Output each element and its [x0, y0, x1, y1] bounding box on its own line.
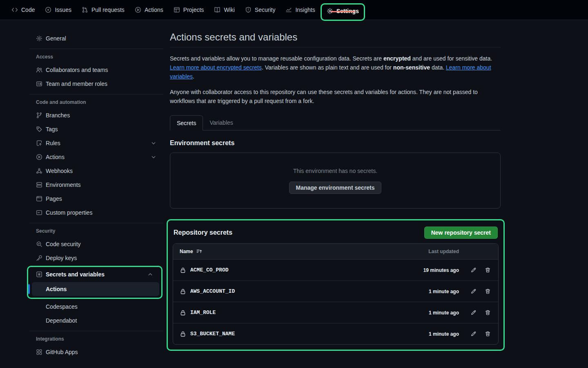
lock-icon: [180, 267, 186, 274]
secret-name: IAM_ROLE: [190, 310, 216, 316]
highlight-box-repository-secrets: Repository secrets New repository secret…: [167, 219, 505, 351]
intro-paragraph: Secrets and variables allow you to manag…: [170, 54, 501, 81]
sidebar-item-github-apps[interactable]: GitHub Apps: [26, 345, 163, 359]
sidebar-item-webhooks[interactable]: Webhooks: [26, 164, 163, 178]
sidebar-item-label: Tags: [46, 126, 58, 132]
tab-variables[interactable]: Variables: [203, 115, 239, 130]
nav-tab-label: Issues: [55, 7, 71, 13]
secret-last-updated: 19 minutes ago: [398, 267, 459, 273]
nav-tab-actions[interactable]: Actions: [135, 7, 163, 13]
sidebar-section-title: Security: [26, 225, 163, 237]
nav-tab-label: Projects: [183, 7, 204, 13]
divider: [29, 94, 163, 94]
highlight-box-secrets-and-variables: Secrets and variables Actions: [27, 266, 163, 299]
nav-tab-code[interactable]: Code: [11, 7, 35, 13]
nav-tab-pull-requests[interactable]: Pull requests: [82, 7, 125, 13]
secret-name: ACME_CO_PROD: [190, 267, 229, 273]
intro-text: and are used for sensitive data.: [411, 55, 492, 62]
repository-secrets-heading: Repository secrets: [174, 229, 232, 236]
sidebar-subitem-dependabot[interactable]: Dependabot: [26, 314, 163, 328]
delete-trash-icon[interactable]: [485, 267, 491, 273]
secret-last-updated: 1 minute ago: [398, 310, 459, 316]
nav-tab-label: Pull requests: [91, 7, 125, 13]
sidebar-item-general[interactable]: General: [26, 31, 163, 45]
sidebar-item-label: Code security: [46, 241, 81, 247]
sidebar-item-environments[interactable]: Environments: [26, 178, 163, 192]
edit-pencil-icon[interactable]: [470, 331, 477, 337]
sidebar-subitem-label: Actions: [46, 286, 67, 292]
access-paragraph: Anyone with collaborator access to this …: [170, 88, 501, 105]
environment-empty-message: This environment has no secrets.: [293, 168, 377, 174]
apps-icon: [36, 349, 42, 355]
sidebar-item-actions[interactable]: Actions: [26, 150, 163, 164]
note-icon: [36, 209, 42, 216]
secrets-variables-tabs: Secrets Variables: [170, 115, 501, 130]
sidebar-item-deploy-keys[interactable]: Deploy keys: [26, 251, 163, 265]
secret-last-updated: 1 minute ago: [398, 331, 459, 337]
delete-trash-icon[interactable]: [485, 288, 491, 294]
chevron-down-icon: [150, 154, 157, 160]
sidebar-item-label: Branches: [46, 112, 70, 119]
sidebar-item-label: Deploy keys: [46, 255, 77, 261]
nav-tab-projects[interactable]: Projects: [174, 7, 204, 13]
table-row: S3_BUCKET_NAME 1 minute ago: [173, 323, 498, 344]
column-header-label: Name: [180, 249, 193, 254]
manage-environment-secrets-button[interactable]: Manage environment secrets: [289, 182, 382, 194]
play-icon: [135, 7, 141, 13]
nav-tab-security[interactable]: Security: [245, 7, 276, 13]
git-pull-request-icon: [82, 7, 88, 13]
secret-last-updated: 1 minute ago: [398, 289, 459, 294]
tab-secrets[interactable]: Secrets: [170, 115, 203, 130]
sidebar-item-code-security[interactable]: Code security: [26, 237, 163, 251]
nav-tab-settings[interactable]: Settings: [327, 8, 359, 14]
sidebar-item-branches[interactable]: Branches: [26, 108, 163, 122]
active-item-indicator: [28, 284, 30, 294]
sidebar-item-label: Rules: [46, 140, 60, 146]
link-encrypted-secrets[interactable]: Learn more about encrypted secrets: [170, 64, 262, 71]
highlight-box-settings: Settings: [321, 3, 365, 21]
repository-secrets-table: Name Last updated ACME_CO_PROD 19 minute…: [173, 243, 499, 345]
chevron-down-icon: [150, 140, 157, 146]
edit-pencil-icon[interactable]: [470, 288, 477, 294]
shield-icon: [245, 7, 252, 13]
edit-pencil-icon[interactable]: [470, 267, 477, 273]
sidebar-subitem-label: Dependabot: [46, 317, 77, 324]
sidebar-item-label: Custom properties: [46, 209, 92, 216]
sidebar-section-title: Code and automation: [26, 96, 163, 108]
sidebar-subitem-actions[interactable]: Actions: [32, 282, 159, 296]
nav-tab-issues[interactable]: Issues: [45, 7, 71, 13]
sidebar-subitem-codespaces[interactable]: Codespaces: [26, 300, 163, 314]
nav-tab-wiki[interactable]: Wiki: [214, 7, 234, 13]
lock-icon: [180, 310, 186, 316]
sidebar-item-pages[interactable]: Pages: [26, 192, 163, 206]
chevron-up-icon: [147, 271, 154, 278]
graph-icon: [285, 7, 292, 13]
settings-sidebar: General Access Collaborators and teams T…: [26, 20, 163, 361]
sidebar-item-team-and-member-roles[interactable]: Team and member roles: [26, 77, 163, 91]
page-title: Actions secrets and variables: [170, 31, 501, 47]
browser-icon: [36, 195, 42, 202]
sidebar-item-rules[interactable]: Rules: [26, 136, 163, 150]
nav-tab-insights[interactable]: Insights: [285, 7, 315, 13]
intro-text: data.: [430, 64, 446, 71]
intro-text: . Variables are shown as plain text and …: [262, 64, 393, 71]
active-tab-underline: [331, 11, 355, 12]
column-header-name[interactable]: Name: [173, 248, 398, 255]
divider: [29, 223, 163, 223]
new-repository-secret-button[interactable]: New repository secret: [424, 227, 498, 239]
sidebar-item-custom-properties[interactable]: Custom properties: [26, 206, 163, 220]
table-icon: [174, 7, 180, 13]
nav-tab-label: Security: [255, 7, 276, 13]
sort-ascending-icon: [196, 248, 203, 255]
sidebar-section-title: Access: [26, 51, 163, 63]
divider: [29, 49, 163, 49]
edit-pencil-icon[interactable]: [470, 310, 477, 316]
people-icon: [36, 67, 42, 73]
settings-content: Actions secrets and variables Secrets an…: [170, 20, 501, 361]
sidebar-item-tags[interactable]: Tags: [26, 122, 163, 136]
sidebar-item-collaborators-and-teams[interactable]: Collaborators and teams: [26, 63, 163, 77]
sidebar-item-email-notifications[interactable]: Email notifications: [26, 359, 163, 361]
sidebar-item-secrets-and-variables[interactable]: Secrets and variables: [28, 267, 160, 281]
delete-trash-icon[interactable]: [485, 331, 491, 337]
delete-trash-icon[interactable]: [485, 310, 491, 316]
